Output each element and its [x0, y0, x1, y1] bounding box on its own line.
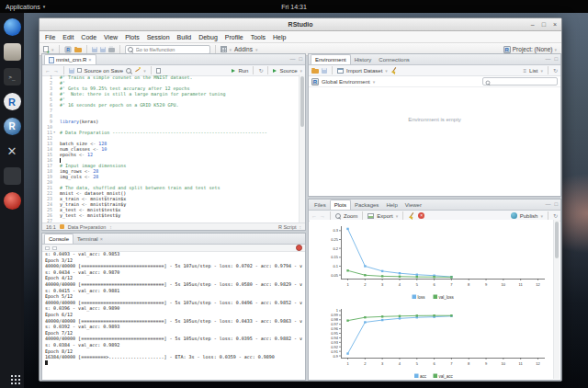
menu-help[interactable]: Help — [269, 34, 289, 40]
import-dataset-icon[interactable] — [337, 68, 344, 74]
minimize-pane-icon[interactable]: — — [289, 56, 295, 62]
save-icon[interactable] — [92, 47, 97, 52]
environment-search-input[interactable] — [482, 77, 558, 86]
import-dataset-button[interactable]: Import Dataset — [346, 68, 382, 74]
tab-console[interactable]: Console — [44, 234, 74, 244]
code-tools-icon[interactable] — [134, 67, 141, 74]
menu-tools[interactable]: Tools — [247, 34, 269, 40]
editor-scrollbar[interactable] — [299, 74, 305, 223]
publish-icon[interactable] — [511, 212, 517, 219]
maximize-pane-icon[interactable]: □ — [554, 201, 558, 207]
tools-icon[interactable]: ✕ — [4, 143, 21, 160]
rerun-icon[interactable]: ↻ — [258, 68, 263, 74]
export-button[interactable]: Export — [377, 213, 392, 219]
menu-plots[interactable]: Plots — [121, 34, 143, 40]
print-icon[interactable] — [108, 48, 115, 52]
save-icon[interactable] — [69, 68, 74, 74]
doc-type-selector[interactable]: R Script — [278, 224, 297, 230]
compile-report-icon[interactable] — [156, 68, 161, 74]
tab-plots[interactable]: Plots — [330, 200, 351, 210]
tab-mnist-cnn-r[interactable]: mnist_cnn.R× — [44, 54, 96, 64]
menu-debug[interactable]: Debug — [195, 34, 221, 40]
list-view-selector[interactable]: List — [529, 68, 537, 74]
files-icon[interactable] — [4, 43, 21, 61]
red-app-icon[interactable] — [4, 192, 21, 210]
scrollbar-thumb[interactable] — [300, 76, 304, 127]
show-applications-icon[interactable] — [6, 371, 17, 382]
menu-code[interactable]: Code — [77, 34, 100, 40]
open-file-icon[interactable] — [74, 48, 82, 52]
console-icon[interactable] — [45, 246, 50, 250]
environment-scope-selector[interactable]: Global Environment — [322, 79, 370, 85]
menu-file[interactable]: File — [41, 34, 59, 40]
tab-help[interactable]: Help — [382, 200, 401, 210]
tab-packages[interactable]: Packages — [351, 200, 382, 210]
next-plot-icon[interactable]: → — [320, 213, 325, 219]
tab-viewer[interactable]: Viewer — [401, 200, 425, 210]
menu-view[interactable]: View — [100, 34, 121, 40]
source-on-save-checkbox[interactable] — [77, 68, 82, 73]
load-workspace-icon[interactable] — [311, 69, 319, 74]
back-icon[interactable]: ← — [45, 68, 51, 74]
applications-menu[interactable]: Applications ▾ — [0, 4, 51, 10]
zoom-icon[interactable] — [335, 213, 341, 219]
menu-build[interactable]: Build — [174, 34, 196, 40]
tab-history[interactable]: History — [351, 55, 376, 64]
addins-grid-icon[interactable] — [220, 46, 227, 52]
tab-terminal[interactable]: Terminal× — [74, 234, 107, 244]
publish-button[interactable]: Publish — [520, 213, 538, 219]
dark-app-icon[interactable] — [4, 167, 21, 185]
tab-environment[interactable]: Environment — [311, 54, 351, 64]
plot-display: 0.050.10.150.20.250.3123456789101112loss… — [310, 220, 560, 379]
caret-down-icon[interactable]: ▾ — [51, 47, 54, 52]
close-button[interactable]: × — [553, 21, 557, 28]
menu-session[interactable]: Session — [143, 34, 174, 40]
scrollbar-thumb[interactable] — [555, 222, 559, 258]
section-navigator[interactable]: Data Preparation — [68, 224, 107, 230]
r-console-icon[interactable]: R — [4, 93, 21, 110]
plots-scrollbar[interactable] — [553, 220, 560, 379]
save-all-icon[interactable] — [100, 47, 106, 52]
minimize-button[interactable]: – — [531, 21, 535, 28]
zoom-button[interactable]: Zoom — [344, 213, 357, 219]
stop-icon[interactable] — [296, 245, 302, 251]
previous-plot-icon[interactable]: ← — [311, 213, 317, 219]
menu-profile[interactable]: Profile — [221, 34, 247, 40]
export-icon[interactable] — [368, 213, 374, 219]
find-icon[interactable] — [126, 68, 131, 74]
menu-edit[interactable]: Edit — [59, 34, 77, 40]
refresh-icon[interactable]: ↻ — [553, 68, 558, 74]
new-project-icon[interactable] — [64, 46, 71, 52]
clear-plots-icon[interactable] — [408, 212, 415, 220]
forward-icon[interactable]: → — [53, 68, 59, 74]
new-file-icon[interactable] — [43, 46, 49, 52]
remove-plot-icon[interactable] — [418, 212, 424, 219]
toolbar-separator — [151, 66, 152, 74]
tab-files[interactable]: Files — [311, 200, 330, 210]
addins-button[interactable]: Addins — [234, 46, 253, 52]
maximize-pane-icon[interactable]: □ — [299, 56, 302, 62]
source-button[interactable]: Source — [279, 68, 297, 74]
run-icon[interactable] — [232, 69, 235, 73]
save-workspace-icon[interactable] — [322, 68, 327, 74]
rstudio-icon[interactable]: R — [4, 118, 21, 135]
minimize-pane-icon[interactable]: — — [545, 201, 550, 207]
clear-objects-icon[interactable] — [390, 67, 398, 74]
console-icon[interactable] — [52, 246, 57, 250]
run-button[interactable]: Run — [238, 68, 248, 74]
maximize-button[interactable]: □ — [542, 21, 546, 28]
console-output[interactable]: s: 0.0493 - val_acc: 0.9853Epoch 3/12400… — [45, 251, 302, 379]
project-menu[interactable]: Project: (None) ▾ — [503, 46, 557, 53]
minimize-pane-icon[interactable]: — — [545, 56, 550, 62]
code-editor[interactable]: 1#' Trains a simple convnet on the MNIST… — [42, 74, 300, 223]
refresh-icon[interactable]: ↻ — [553, 213, 558, 219]
maximize-pane-icon[interactable]: □ — [554, 56, 558, 62]
terminal-icon[interactable]: >_ — [4, 68, 21, 86]
close-icon[interactable]: × — [100, 236, 103, 242]
tab-connections[interactable]: Connections — [375, 55, 413, 64]
close-icon[interactable]: × — [88, 57, 91, 63]
source-icon[interactable] — [273, 69, 277, 73]
browser-icon[interactable] — [4, 18, 21, 36]
window-titlebar[interactable]: RStudio – □ × — [40, 18, 561, 31]
goto-file-input[interactable] — [125, 45, 210, 54]
